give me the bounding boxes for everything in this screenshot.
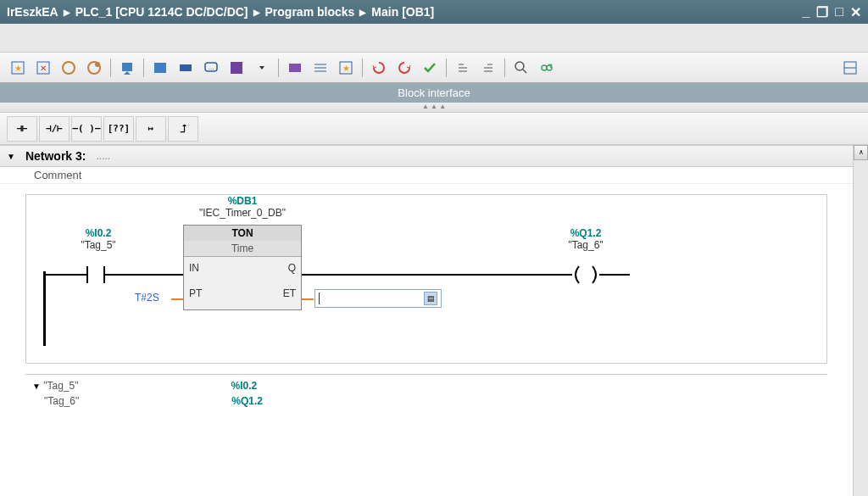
- svg-rect-9: [180, 64, 192, 71]
- svg-rect-8: [154, 63, 166, 73]
- db-name: "IEC_Timer_0_DB": [175, 207, 310, 219]
- breadcrumb-item[interactable]: Program blocks: [265, 5, 355, 19]
- ladder-diagram[interactable]: %DB1 "IEC_Timer_0_DB" %I0.2 "Tag_5" %Q1.…: [25, 194, 827, 364]
- check-button[interactable]: [419, 57, 441, 79]
- network-header[interactable]: ▼ Network 3: .....: [0, 145, 853, 167]
- crossref-tag: "Tag_5": [43, 380, 78, 392]
- open-branch-button[interactable]: ↦: [136, 116, 166, 142]
- search-button[interactable]: [510, 57, 532, 79]
- titlebar: IrEszkEA ▶ PLC_1 [CPU 1214C DC/DC/DC] ▶ …: [0, 0, 868, 24]
- ton-block-type: TON: [184, 226, 301, 241]
- breadcrumb-item[interactable]: PLC_1 [CPU 1214C DC/DC/DC]: [75, 5, 248, 19]
- download-button[interactable]: [116, 57, 138, 79]
- network-comment[interactable]: Comment: [0, 167, 853, 184]
- svg-line-26: [523, 70, 526, 73]
- pin-q-label: Q: [288, 262, 296, 274]
- breadcrumb-item[interactable]: IrEszkEA: [7, 5, 58, 19]
- main-toolbar: ★ ✕ … ★: [0, 53, 868, 83]
- db-address: %DB1: [175, 195, 310, 207]
- update-button[interactable]: [58, 57, 80, 79]
- toolbar-sep: [446, 59, 447, 77]
- close-icon[interactable]: ✕: [850, 4, 861, 20]
- crossref-addr: %I0.2: [231, 380, 257, 392]
- coil-tag-name: "Tag_6": [552, 239, 620, 251]
- crossref-addr: %Q1.2: [231, 395, 263, 407]
- pt-connector: [171, 298, 183, 300]
- outdent-button[interactable]: [452, 57, 474, 79]
- et-value-text: [319, 293, 320, 304]
- dropdown-button[interactable]: [251, 57, 273, 79]
- delete-block-button[interactable]: ✕: [32, 57, 54, 79]
- svg-rect-7: [122, 63, 132, 71]
- normally-closed-contact-button[interactable]: ⊣/⊢: [39, 116, 70, 142]
- svg-text:★: ★: [342, 64, 350, 73]
- svg-point-6: [95, 62, 100, 67]
- update-all-button[interactable]: [83, 57, 105, 79]
- et-picker-icon[interactable]: ▤: [424, 292, 437, 305]
- add-block-button[interactable]: ★: [7, 57, 29, 79]
- cross-reference: ▼ "Tag_5" %I0.2 "Tag_6" %Q1.2: [25, 374, 827, 412]
- pin-et-label: ET: [283, 287, 296, 299]
- properties-button[interactable]: [225, 57, 248, 79]
- comment-button[interactable]: …: [200, 57, 222, 79]
- list-button[interactable]: [309, 57, 331, 79]
- block-interface-bar[interactable]: Block interface: [0, 83, 868, 103]
- monitor-button[interactable]: [536, 57, 558, 79]
- breadcrumb-sep-icon: ▶: [253, 8, 260, 17]
- indent-button[interactable]: [477, 57, 499, 79]
- split-button[interactable]: [839, 57, 861, 79]
- pin-pt-label: PT: [189, 287, 202, 299]
- restore-icon[interactable]: ❐: [816, 4, 828, 20]
- svg-rect-12: [231, 62, 242, 74]
- breadcrumb[interactable]: IrEszkEA ▶ PLC_1 [CPU 1214C DC/DC/DC] ▶ …: [7, 5, 434, 19]
- crossref-row[interactable]: ▼ "Tag_5" %I0.2: [25, 378, 827, 393]
- breadcrumb-sep-icon: ▶: [359, 8, 366, 17]
- minimize-icon[interactable]: _: [802, 4, 810, 20]
- maximize-icon[interactable]: □: [835, 4, 843, 20]
- no-contact-symbol[interactable]: [81, 265, 113, 288]
- svg-rect-13: [289, 64, 301, 72]
- scroll-up-icon[interactable]: ∧: [854, 145, 868, 160]
- ton-block[interactable]: TON Time IN Q PT ET: [183, 225, 302, 310]
- goto-def-button[interactable]: [368, 57, 390, 79]
- et-value-input[interactable]: ▤: [314, 289, 442, 308]
- wire: [109, 274, 183, 276]
- save-button[interactable]: [149, 57, 171, 79]
- pt-value[interactable]: T#2S: [135, 292, 159, 304]
- crossref-tag: "Tag_6": [44, 395, 79, 407]
- svg-text:★: ★: [14, 64, 22, 73]
- network-title-dots: .....: [96, 150, 110, 162]
- toolbar-sep: [110, 59, 111, 77]
- svg-text:…: …: [208, 64, 214, 71]
- breadcrumb-item[interactable]: Main [OB1]: [371, 5, 434, 19]
- goto-ref-button[interactable]: [393, 57, 415, 79]
- svg-point-4: [63, 62, 75, 74]
- crossref-row[interactable]: "Tag_6" %Q1.2: [25, 393, 827, 409]
- collapse-arrow-icon[interactable]: ▼: [7, 152, 15, 161]
- wire: [302, 274, 566, 276]
- splitter-handle[interactable]: ▲ ▲ ▲: [0, 103, 868, 113]
- normally-open-contact-button[interactable]: ⊣⊢: [7, 116, 37, 142]
- breadcrumb-sep-icon: ▶: [64, 8, 70, 17]
- expand-arrow-icon[interactable]: ▼: [32, 382, 41, 391]
- contact-tag-name: "Tag_5": [64, 239, 132, 251]
- contact-address: %I0.2: [64, 227, 132, 239]
- close-branch-button[interactable]: ⮥: [168, 116, 198, 142]
- insert-network-button[interactable]: [284, 57, 306, 79]
- power-rail: [43, 271, 46, 346]
- wire: [606, 274, 630, 276]
- empty-box-button[interactable]: [??]: [103, 116, 134, 142]
- svg-point-25: [515, 62, 524, 70]
- coil-button[interactable]: —( )—: [71, 116, 102, 142]
- toolbar-sep: [504, 59, 505, 77]
- et-connector: [302, 298, 314, 300]
- favorites-button[interactable]: ★: [335, 57, 357, 79]
- svg-point-27: [542, 65, 547, 70]
- pin-in-label: IN: [189, 262, 199, 274]
- print-button[interactable]: [175, 57, 197, 79]
- network-title: Network 3:: [25, 149, 86, 163]
- ladder-toolbar: ⊣⊢ ⊣/⊢ —( )— [??] ↦ ⮥: [0, 113, 868, 145]
- vertical-scrollbar[interactable]: ∧: [853, 145, 868, 496]
- block-interface-label: Block interface: [398, 86, 470, 99]
- coil-symbol[interactable]: [564, 265, 608, 288]
